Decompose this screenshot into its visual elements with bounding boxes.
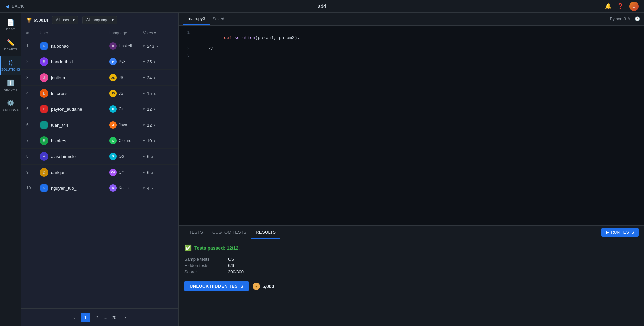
table-header: # User Language Votes ▾ (21, 28, 178, 38)
vote-up-icon[interactable]: ▴ (154, 91, 156, 96)
tab-results[interactable]: RESULTS (251, 226, 280, 239)
table-row[interactable]: 2 B bandorthild P Py3 ▾ 35 ▴ (21, 54, 178, 70)
edit-icon: ✎ (627, 17, 631, 21)
vote-up-icon[interactable]: ▴ (156, 44, 158, 48)
lang-name: Haskell (119, 44, 132, 48)
sidebar-item-solutions[interactable]: ⟨⟩ SOLUTIONS (0, 56, 21, 75)
vote-down-icon[interactable]: ▾ (143, 170, 145, 175)
votes-cell: ▾ 12 ▴ (143, 123, 173, 128)
unlock-section: UNLOCK HIDDEN TESTS ● 5,000 (184, 281, 639, 291)
vote-up-icon[interactable]: ▴ (154, 123, 156, 127)
drafts-icon: ✏️ (7, 39, 14, 46)
lang-name: Go (119, 154, 124, 159)
tab-custom-tests[interactable]: CUSTOM TESTS (208, 226, 251, 239)
avatar[interactable]: U (629, 2, 639, 11)
lang-name: Py3 (119, 59, 126, 64)
vote-up-icon[interactable]: ▴ (151, 186, 153, 190)
table-row[interactable]: 6 T tuan_t44 J Java ▾ 12 ▴ (21, 117, 178, 133)
vote-count: 243 (147, 44, 154, 49)
lang-cell: JS JS (109, 90, 143, 97)
votes-sort-icon[interactable]: ▾ (154, 31, 156, 35)
lang-cell: G Go (109, 153, 143, 160)
coin-cost: 5,000 (262, 284, 274, 289)
code-editor[interactable]: 1 def solution(param1, param2): 2 // 3 (179, 26, 644, 225)
table-row[interactable]: 8 A alasdairmcle G Go ▾ 6 ▴ (21, 149, 178, 165)
vote-up-icon[interactable]: ▴ (154, 139, 156, 143)
lang-badge: JS (109, 90, 117, 97)
user-cell: B bstakes (40, 136, 109, 145)
row-rank: 2 (26, 59, 40, 64)
vote-down-icon[interactable]: ▾ (143, 60, 145, 64)
table-row[interactable]: 7 B bstakes C Clojure ▾ 10 ▴ (21, 133, 178, 149)
table-row[interactable]: 4 L le_crosst JS JS ▾ 15 ▴ (21, 86, 178, 101)
user-name: kaiochao (51, 44, 69, 49)
lang-cell: H Haskell (109, 42, 143, 50)
sidebar-item-drafts[interactable]: ✏️ DRAFTS (0, 36, 21, 54)
results-panel: TESTS CUSTOM TESTS RESULTS ▶ RUN TESTS ✅… (179, 225, 644, 326)
sidebar-item-label-settings: SETTINGS (2, 108, 19, 111)
lang-name: C++ (119, 107, 126, 111)
run-tests-button[interactable]: ▶ RUN TESTS (601, 228, 639, 237)
sidebar-item-readme[interactable]: ℹ️ README (0, 76, 21, 95)
pagination-page-2[interactable]: 2 (92, 313, 102, 322)
row-rank: 10 (26, 186, 40, 190)
solutions-count-value: 650014 (34, 18, 48, 23)
sidebar-item-settings[interactable]: ⚙️ SETTINGS (0, 96, 21, 115)
unlock-hidden-tests-button[interactable]: UNLOCK HIDDEN TESTS (184, 281, 249, 291)
vote-up-icon[interactable]: ▴ (154, 76, 156, 80)
vote-down-icon[interactable]: ▾ (143, 91, 145, 96)
sidebar-item-label-drafts: DRAFTS (4, 48, 17, 51)
vote-count: 10 (147, 138, 152, 143)
pagination-prev-button[interactable]: ‹ (69, 313, 79, 322)
tab-tests[interactable]: TESTS (184, 226, 208, 239)
votes-label: Votes (143, 31, 153, 35)
lang-name: Kotlin (119, 186, 129, 190)
history-icon[interactable]: 🕐 (635, 16, 640, 21)
stat-value: 6/6 (228, 257, 234, 262)
back-button[interactable]: BACK (12, 4, 24, 9)
code-line-2: 2 // (179, 46, 644, 53)
sidebar: 📄 DESC ✏️ DRAFTS ⟨⟩ SOLUTIONS ℹ️ README … (0, 13, 21, 326)
vote-up-icon[interactable]: ▴ (154, 60, 156, 64)
stat-row: Score: 300/300 (184, 269, 639, 274)
vote-down-icon[interactable]: ▾ (143, 44, 145, 48)
table-row[interactable]: 9 D darkjant C# C# ▾ 6 ▴ (21, 165, 178, 180)
pagination-page-1[interactable]: 1 (81, 313, 90, 322)
editor-tabs: main.py3 Saved (183, 13, 224, 25)
user-name: bstakes (51, 138, 66, 143)
table-row[interactable]: 5 P payton_audaine C C++ ▾ 12 ▴ (21, 101, 178, 117)
lang-badge: H (109, 42, 117, 50)
help-icon[interactable]: ❓ (617, 3, 624, 9)
solutions-icon: ⟨⟩ (8, 59, 13, 66)
language-selector[interactable]: Python 3 ✎ (610, 17, 631, 21)
vote-up-icon[interactable]: ▴ (151, 170, 153, 175)
back-arrow-icon: ◀ (5, 4, 9, 9)
lang-badge: C (109, 137, 117, 144)
vote-down-icon[interactable]: ▾ (143, 107, 145, 111)
votes-cell: ▾ 243 ▴ (143, 44, 173, 49)
topbar-title: add (318, 4, 326, 9)
pagination: ‹ 1 2 ... 20 › (21, 308, 178, 326)
table-row[interactable]: 1 K kaiochao H Haskell ▾ 243 ▴ (21, 38, 178, 54)
vote-down-icon[interactable]: ▾ (143, 123, 145, 127)
vote-down-icon[interactable]: ▾ (143, 186, 145, 190)
vote-down-icon[interactable]: ▾ (143, 76, 145, 80)
editor-tab-main[interactable]: main.py3 (183, 13, 210, 25)
vote-down-icon[interactable]: ▾ (143, 154, 145, 159)
vote-up-icon[interactable]: ▴ (151, 154, 153, 159)
notification-icon[interactable]: 🔔 (605, 3, 612, 9)
solutions-header: 🏆 650014 All users ▾ All languages ▾ (21, 13, 178, 28)
languages-filter-button[interactable]: All languages ▾ (82, 16, 117, 24)
vote-down-icon[interactable]: ▾ (143, 139, 145, 143)
table-row[interactable]: 10 N nguyen_tuo_l K Kotlin ▾ 4 ▴ (21, 180, 178, 196)
sidebar-item-desc[interactable]: 📄 DESC (0, 15, 21, 34)
user-cell: K kaiochao (40, 42, 109, 50)
lang-badge: G (109, 153, 117, 160)
pagination-page-20[interactable]: 20 (109, 313, 119, 322)
pagination-next-button[interactable]: › (121, 313, 130, 322)
vote-up-icon[interactable]: ▴ (154, 107, 156, 111)
table-row[interactable]: 3 J jonlima JS JS ▾ 34 ▴ (21, 70, 178, 86)
users-filter-button[interactable]: All users ▾ (52, 16, 78, 24)
lang-cell: C# C# (109, 169, 143, 176)
editor-header-right: Python 3 ✎ 🕐 (610, 16, 640, 21)
